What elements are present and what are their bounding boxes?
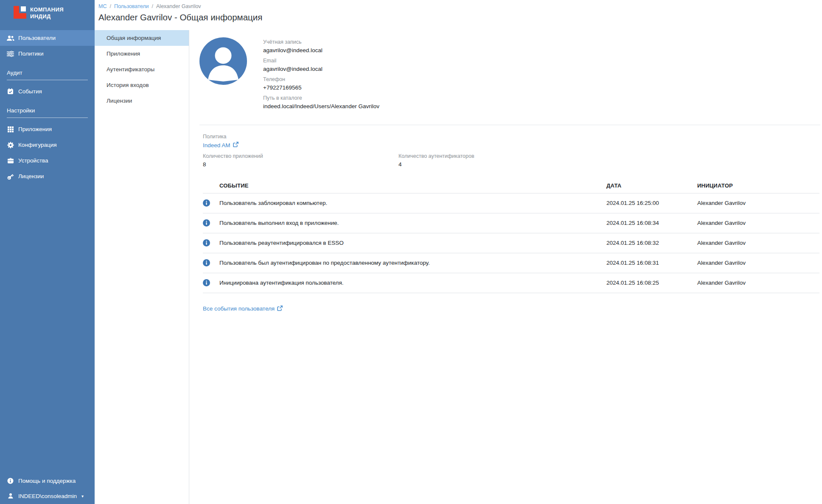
sidebar-divider (7, 80, 88, 80)
external-link-icon (277, 305, 283, 312)
event-date: 2024.01.25 16:08:31 (606, 260, 697, 266)
help-support-label: Помощь и поддержка (18, 478, 76, 484)
info-icon (6, 478, 14, 484)
account-menu[interactable]: INDEED\consoleadmin ▾ (0, 488, 95, 504)
sidebar-item-users[interactable]: Пользователи (0, 30, 95, 46)
policy-link[interactable]: Indeed AM (203, 142, 238, 148)
all-user-events-link[interactable]: Все события пользователя (203, 305, 283, 312)
all-user-events-label: Все события пользователя (203, 305, 275, 312)
sidebar-item-configuration[interactable]: Конфигурация (0, 137, 95, 153)
field-value: indeed.local/Indeed/Users/Alexander Gavr… (263, 103, 379, 109)
field-phone: Телефон +79227169565 (263, 76, 379, 91)
events-table: СОБЫТИЕ ДАТА ИНИЦИАТОР Пользователь забл… (203, 179, 819, 293)
column-header-event: СОБЫТИЕ (219, 182, 606, 189)
table-row[interactable]: Пользователь выполнил вход в приложение.… (203, 213, 819, 233)
sidebar-item-licenses[interactable]: Лицензии (0, 168, 95, 184)
sidebar-item-policies[interactable]: Политики (0, 46, 95, 62)
tab-licenses[interactable]: Лицензии (95, 93, 189, 109)
account-label: INDEED\consoleadmin (18, 493, 77, 499)
sidebar-item-label: Устройства (18, 157, 48, 164)
info-circle-icon[interactable] (203, 259, 219, 266)
user-icon (6, 493, 14, 499)
field-value: +79227169565 (263, 84, 379, 91)
app-window: КОМПАНИЯ ИНДИД Пользователи (0, 0, 822, 504)
sidebar-section-audit: Аудит (0, 67, 95, 78)
info-circle-icon[interactable] (203, 199, 219, 207)
event-initiator: Alexander Gavrilov (697, 220, 819, 226)
event-text: Пользователь реаутентифицировался в ESSO (219, 240, 606, 246)
field-label: Email (263, 58, 379, 64)
event-date: 2024.01.25 16:08:34 (606, 220, 697, 226)
event-text: Пользователь заблокировал компьютер. (219, 200, 606, 206)
field-label: Учётная запись (263, 39, 379, 45)
field-directory-path: Путь в каталоге indeed.local/Indeed/User… (263, 95, 379, 109)
company-name: КОМПАНИЯ ИНДИД (30, 6, 64, 20)
stat-value: 8 (203, 161, 398, 168)
tab-authenticators[interactable]: Аутентификаторы (95, 62, 189, 77)
main-nav: Пользователи Политики (0, 30, 95, 184)
grid-icon (6, 126, 14, 132)
sidebar-item-label: Лицензии (18, 173, 44, 179)
tab-general-info[interactable]: Общая информация (95, 30, 189, 46)
stat-label: Количество приложений (203, 153, 398, 159)
info-circle-icon[interactable] (203, 239, 219, 246)
avatar (199, 37, 247, 114)
user-profile-card: Учётная запись agavrilov@indeed.local Em… (199, 37, 820, 114)
event-date: 2024.01.25 16:08:32 (606, 240, 697, 246)
sidebar-item-label: Конфигурация (18, 142, 57, 148)
key-icon (6, 173, 14, 180)
page-title: Alexander Gavrilov - Общая информация (98, 12, 822, 22)
sliders-icon (6, 51, 14, 57)
event-date: 2024.01.25 16:25:00 (606, 200, 697, 206)
chevron-down-icon: ▾ (81, 494, 84, 498)
event-initiator: Alexander Gavrilov (697, 240, 819, 246)
help-support-item[interactable]: Помощь и поддержка (0, 473, 95, 488)
breadcrumb-separator: / (109, 3, 111, 9)
event-text: Инициирована аутентификация пользователя… (219, 280, 606, 286)
sidebar-divider (7, 118, 88, 118)
tab-applications[interactable]: Приложения (95, 46, 189, 62)
policy-link-label: Indeed AM (203, 142, 230, 148)
sidebar-item-label: События (18, 88, 42, 95)
body-row: Общая информация Приложения Аутентификат… (95, 30, 822, 504)
stat-authenticators-count: Количество аутентификаторов 4 (398, 153, 594, 168)
sidebar-section-settings: Настройки (0, 105, 95, 115)
company-logo[interactable]: КОМПАНИЯ ИНДИД (0, 0, 95, 26)
field-account: Учётная запись agavrilov@indeed.local (263, 39, 379, 53)
sidebar-item-label: Приложения (18, 126, 52, 132)
table-row[interactable]: Пользователь реаутентифицировался в ESSO… (203, 233, 819, 253)
main-content: Учётная запись agavrilov@indeed.local Em… (189, 30, 822, 504)
table-row[interactable]: Пользователь был аутентифицирован по пре… (203, 253, 819, 273)
stat-value: 4 (398, 161, 594, 168)
profile-fields: Учётная запись agavrilov@indeed.local Em… (263, 37, 379, 114)
sidebar-footer: Помощь и поддержка INDEED\consoleadmin ▾ (0, 473, 95, 504)
sidebar-item-devices[interactable]: Устройства (0, 153, 95, 168)
event-text: Пользователь выполнил вход в приложение. (219, 220, 606, 226)
breadcrumb-link-users[interactable]: Пользователи (114, 3, 149, 9)
table-row[interactable]: Инициирована аутентификация пользователя… (203, 273, 819, 293)
sidebar-item-label: Политики (18, 50, 44, 57)
events-table-header: СОБЫТИЕ ДАТА ИНИЦИАТОР (203, 179, 819, 193)
users-icon (6, 35, 14, 41)
sidebar-item-applications[interactable]: Приложения (0, 121, 95, 137)
sidebar-item-events[interactable]: События (0, 84, 95, 99)
tab-login-history[interactable]: История входов (95, 77, 189, 93)
content-column: MC / Пользователи / Alexander Gavrilov A… (95, 0, 822, 504)
external-link-icon (233, 142, 238, 148)
stat-label: Количество аутентификаторов (398, 153, 594, 159)
devices-icon (6, 158, 14, 163)
company-logo-icon (14, 6, 26, 20)
policy-label: Политика (203, 134, 820, 140)
stats-row: Количество приложений 8 Количество аутен… (203, 153, 820, 168)
calendar-check-icon (6, 88, 14, 95)
breadcrumb-link-mc[interactable]: MC (98, 3, 107, 9)
event-initiator: Alexander Gavrilov (697, 200, 819, 206)
field-value: agavrilov@indeed.local (263, 47, 379, 53)
section-divider (199, 125, 820, 125)
event-text: Пользователь был аутентифицирован по пре… (219, 260, 606, 266)
stat-applications-count: Количество приложений 8 (203, 153, 398, 168)
table-row[interactable]: Пользователь заблокировал компьютер. 202… (203, 193, 819, 213)
info-circle-icon[interactable] (203, 219, 219, 227)
field-email: Email agavrilov@indeed.local (263, 58, 379, 72)
info-circle-icon[interactable] (203, 279, 219, 286)
